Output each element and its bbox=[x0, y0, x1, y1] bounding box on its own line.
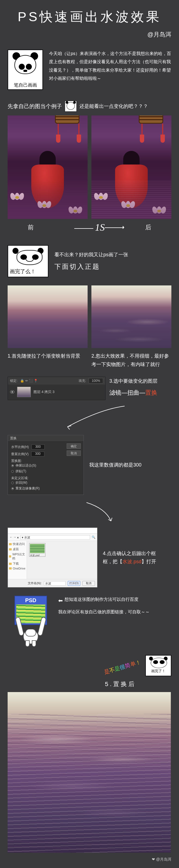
step3-row: 锁定: 🔒 ✏ ⬛ 📍 填充: 100% 图层 4 拷贝 3 3.选中要做变化的… bbox=[8, 377, 171, 400]
panda-caption: 笔自己画画 bbox=[14, 82, 37, 88]
panda-icon bbox=[13, 52, 38, 74]
arrow-left-icon: ⬅ bbox=[58, 596, 63, 606]
compare-labels: 前 1S 后 bbox=[8, 222, 171, 233]
final-header: 是不是很简单！ 画完了！ bbox=[8, 655, 171, 676]
file-footer: 文件名(N): 水波 打开(O) 取消 bbox=[8, 579, 97, 587]
footer-credit: ❤ @月岛洱 bbox=[8, 857, 171, 862]
layer-row[interactable]: 图层 4 拷贝 3 bbox=[8, 384, 105, 399]
rainbow-text: 是不是很简单！ bbox=[103, 658, 142, 676]
tutorial-page: PS快速画出水波效果 @月岛洱 笔自己画画 今天咱（让ps）来表演画个水，这个方… bbox=[0, 0, 179, 867]
group1-label: 置换图: bbox=[11, 459, 80, 463]
step4-caption: 4.点击确认之后蹦出个框框，把【水波.psd】打开 bbox=[103, 549, 163, 566]
file-main: 水波.psd bbox=[27, 541, 97, 579]
page-title: PS快速画出水波效果 bbox=[8, 8, 171, 26]
psd-row: PSD ⬅ 想知道这张图的制作方法可以自行百度 我在评论区有放自己做的原图链接，… bbox=[8, 596, 171, 647]
sidebar-item[interactable]: 桌面 bbox=[9, 547, 26, 551]
step3-text: 3.选中要做变化的图层 滤镜—扭曲—置换 bbox=[109, 377, 157, 398]
sidebar-item[interactable]: 下载 bbox=[9, 562, 26, 566]
step2-caption: 2.忽出大致效果，不用很细，最好参考一下实物图片，有内味了就行 bbox=[92, 352, 171, 369]
file-name: 水波.psd bbox=[30, 554, 45, 557]
ps-layers-panel: 锁定: 🔒 ✏ ⬛ 📍 填充: 100% 图层 4 拷贝 3 bbox=[8, 377, 106, 400]
ps-layers-header: 锁定: 🔒 ✏ ⬛ 📍 填充: 100% bbox=[8, 377, 105, 384]
panda-icon bbox=[10, 247, 46, 267]
panda-meme-2: 画完了么！ bbox=[8, 245, 48, 277]
radio-tile[interactable]: 拼贴(T) bbox=[11, 469, 80, 474]
ok-button[interactable]: 确定 bbox=[67, 443, 81, 449]
v-scale-input[interactable]: 300 bbox=[31, 452, 44, 457]
label-after: 后 bbox=[145, 223, 151, 231]
cat-icon bbox=[12, 617, 50, 647]
file-path[interactable]: ▾ 水波 bbox=[21, 535, 90, 539]
file-item[interactable]: 水波.psd bbox=[29, 543, 45, 557]
group2-label: 未定义区域: bbox=[11, 476, 80, 480]
step-1-2-captions: 1.首先随便拉了个渐变映射当背景 2.忽出大致效果，不用很细，最好参考一下实物图… bbox=[8, 352, 171, 369]
file-toolbar: ← → ▴ ▾ 水波 🔍 bbox=[8, 534, 97, 541]
dialog-title: 置换 bbox=[8, 435, 83, 442]
panda-icon bbox=[147, 657, 170, 669]
file-sidebar: 快速访问 桌面 WPS云文档 下载 OneDrive bbox=[8, 541, 27, 579]
h-scale-label: 水平比例(H) bbox=[11, 445, 29, 450]
step3-caption: 3.选中要做变化的图层 bbox=[109, 377, 157, 385]
layer-name: 图层 4 拷贝 3 bbox=[33, 390, 55, 394]
panda-meme-3: 画完了！ bbox=[145, 655, 171, 676]
fill-label: 填充: bbox=[79, 379, 86, 383]
intro-text: 今天咱（让ps）来表演画个水，这个方法不是我想出来的哈，百度上也有教程，但是好像… bbox=[49, 50, 171, 83]
file-open-dialog: ← → ▴ ▾ 水波 🔍 快速访问 桌面 WPS云文档 下载 OneDrive … bbox=[8, 528, 97, 587]
panda-caption: 画完了！ bbox=[147, 669, 170, 674]
displace-dialog: 置换 水平比例(H) 300 垂直比例(V) 300 置换图: 伸展以适合(S)… bbox=[8, 435, 84, 495]
v-scale-label: 垂直比例(V) bbox=[11, 452, 29, 457]
intro-section: 笔自己画画 今天咱（让ps）来表演画个水，这个方法不是我想出来的哈，百度上也有教… bbox=[8, 50, 171, 90]
hand-arrow-icon bbox=[62, 404, 171, 432]
filename-input[interactable]: 水波 bbox=[44, 581, 66, 586]
h-scale-input[interactable]: 300 bbox=[32, 444, 45, 450]
psd-note-2: 我在评论区有放自己做的原图链接，可自取～～ bbox=[58, 608, 150, 616]
example-question: 还是能看出一点变化的吧？？？ bbox=[79, 103, 148, 110]
sidebar-item[interactable]: 快速访问 bbox=[9, 542, 26, 546]
dialog-row: 置换 水平比例(H) 300 垂直比例(V) 300 置换图: 伸展以适合(S)… bbox=[8, 435, 171, 495]
label-duration: 1S bbox=[74, 222, 105, 233]
step1-image bbox=[8, 285, 87, 348]
mid-text: 看不出来？好的我又让ps画了一张 下面切入正题 bbox=[55, 251, 128, 271]
panda-meme-1: 笔自己画画 bbox=[8, 50, 43, 90]
lock-label: 锁定: bbox=[10, 379, 17, 383]
open-button[interactable]: 打开(O) bbox=[68, 581, 80, 586]
author-handle: @月岛洱 bbox=[8, 31, 171, 39]
step1-caption: 1.首先随便拉了个渐变映射当背景 bbox=[8, 352, 87, 369]
dialog-note: 我这里数值调的都是300 bbox=[89, 462, 141, 468]
radio-repeat[interactable]: 重复边缘像素(R) bbox=[11, 486, 80, 491]
compare-row bbox=[8, 116, 171, 219]
hand-arrow-icon bbox=[84, 500, 171, 526]
fill-value[interactable]: 100% bbox=[89, 378, 103, 383]
before-image bbox=[8, 116, 87, 219]
step3-menu-path: 滤镜—扭曲—置换 bbox=[109, 387, 157, 398]
file-thumb-icon bbox=[30, 544, 45, 553]
example-header: 先拿自己的图当个例子 还是能看出一点变化的吧？？？ bbox=[8, 101, 171, 112]
step-1-2-images bbox=[8, 285, 171, 348]
file-dialog-titlebar bbox=[8, 528, 97, 534]
after-image bbox=[92, 116, 171, 219]
cancel-button[interactable]: 取消 bbox=[82, 581, 95, 586]
psd-label: PSD bbox=[16, 597, 45, 604]
psd-cat-meme: PSD bbox=[8, 596, 54, 647]
filename-label: 文件名(N): bbox=[28, 581, 42, 585]
psd-note-1: ⬅ 想知道这张图的制作方法可以自行百度 bbox=[58, 596, 150, 606]
radio-stretch[interactable]: 伸展以适合(S) bbox=[11, 463, 80, 468]
step5-caption: 5.置换后 bbox=[8, 680, 136, 688]
mini-panda-icon bbox=[65, 101, 77, 112]
step2-image bbox=[92, 285, 171, 348]
psd-notes: ⬅ 想知道这张图的制作方法可以自行百度 我在评论区有放自己做的原图链接，可自取～… bbox=[58, 596, 150, 616]
cancel-button[interactable]: 取消 bbox=[67, 451, 81, 456]
mid-line-2: 下面切入正题 bbox=[55, 262, 128, 271]
file-row: ← → ▴ ▾ 水波 🔍 快速访问 桌面 WPS云文档 下载 OneDrive … bbox=[8, 528, 171, 587]
sidebar-item[interactable]: WPS云文档 bbox=[9, 552, 26, 560]
layer-thumb bbox=[17, 387, 31, 397]
final-result-image bbox=[8, 692, 171, 853]
sidebar-item[interactable]: OneDrive bbox=[9, 567, 26, 570]
visibility-icon[interactable] bbox=[10, 390, 14, 394]
mid-section: 画完了么！ 看不出来？好的我又让ps画了一张 下面切入正题 bbox=[8, 245, 171, 277]
mid-line-1: 看不出来？好的我又让ps画了一张 bbox=[55, 251, 128, 258]
panda-caption: 画完了么！ bbox=[10, 268, 46, 275]
radio-wrap[interactable]: 折回(W) bbox=[11, 480, 80, 485]
example-label: 先拿自己的图当个例子 bbox=[8, 103, 62, 110]
label-before: 前 bbox=[28, 223, 34, 231]
